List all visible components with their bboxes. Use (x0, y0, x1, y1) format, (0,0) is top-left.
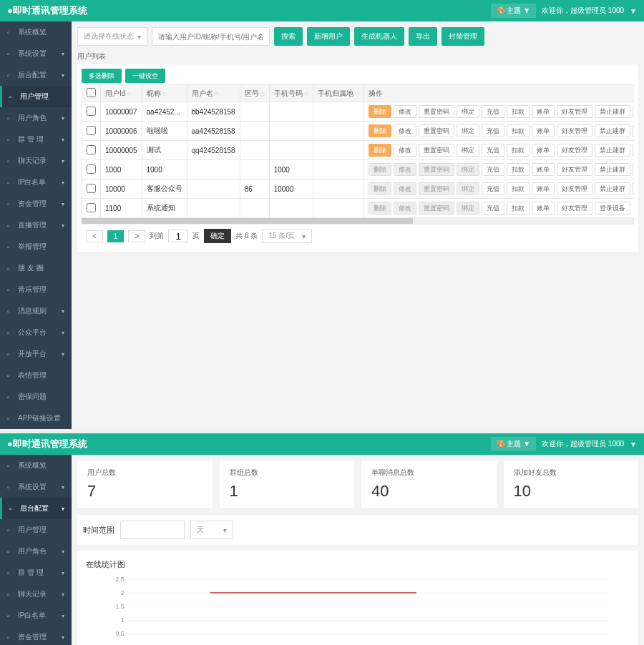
sidebar-item-用户管理[interactable]: ▫用户管理 (0, 519, 72, 541)
col-区号[interactable]: 区号◇ (240, 85, 269, 102)
sidebar-item-系统概览[interactable]: ▫系统概览 (0, 21, 72, 43)
好友管理-button[interactable]: 好友管理 (557, 105, 592, 118)
充值-button[interactable]: 充值 (482, 144, 504, 157)
充值-button[interactable]: 充值 (482, 124, 504, 137)
sidebar-item-举报管理[interactable]: ▫举报管理 (0, 236, 72, 257)
账单-button[interactable]: 账单 (532, 124, 555, 137)
delete-button[interactable]: 删除 (369, 124, 391, 137)
sidebar-item-后台配置[interactable]: ▫后台配置▾ (0, 64, 72, 86)
sidebar-item-后台配置[interactable]: ▫后台配置▾ (0, 498, 72, 519)
禁止加好友-button[interactable]: 禁止加好友 (633, 105, 634, 118)
sidebar-item-系统概览[interactable]: ▫系统概览 (0, 455, 72, 476)
好友管理-button[interactable]: 好友管理 (557, 163, 592, 176)
sidebar-item-音乐管理[interactable]: ▫音乐管理 (0, 279, 72, 300)
col-用户名[interactable]: 用户名◇ (187, 85, 240, 102)
扣款-button[interactable]: 扣款 (507, 105, 530, 118)
sidebar-item-群 管 理[interactable]: ▫群 管 理▾ (0, 562, 72, 584)
per-page-select[interactable]: 15 条/页▾ (262, 229, 312, 243)
row-checkbox[interactable] (87, 126, 96, 135)
充值-button[interactable]: 充值 (482, 163, 504, 176)
绑定-button[interactable]: 绑定 (457, 105, 479, 118)
导出-button[interactable]: 导出 (409, 27, 437, 46)
col-用户Id[interactable]: 用户Id◇ (101, 85, 142, 102)
登录设备-button[interactable]: 登录设备 (595, 202, 630, 215)
sidebar-item-密保问题[interactable]: ▫密保问题 (0, 386, 72, 408)
col-昵称[interactable]: 昵称◇ (142, 85, 187, 102)
sidebar-item-消息规则[interactable]: ▫消息规则▾ (0, 300, 72, 322)
sidebar-item-IP白名单[interactable]: ▫IP白名单▾ (0, 172, 72, 193)
time-range-input[interactable] (120, 521, 185, 539)
sidebar-item-用户角色[interactable]: ▫用户角色▾ (0, 541, 72, 562)
row-checkbox[interactable] (87, 164, 96, 174)
账单-button[interactable]: 账单 (532, 163, 555, 176)
sidebar-item-公众平台[interactable]: ▫公众平台▾ (0, 322, 72, 343)
搜索-button[interactable]: 搜索 (274, 27, 303, 46)
扣款-button[interactable]: 扣款 (507, 182, 530, 195)
禁止加好友-button[interactable]: 禁止加好友 (633, 144, 634, 157)
禁止建群-button[interactable]: 禁止建群 (595, 182, 630, 195)
row-checkbox[interactable] (87, 107, 96, 116)
封禁管理-button[interactable]: 封禁管理 (441, 27, 484, 46)
pager-input[interactable] (168, 230, 188, 242)
好友管理-button[interactable]: 好友管理 (557, 182, 592, 195)
sidebar-item-开放平台[interactable]: ▫开放平台▾ (0, 343, 72, 365)
pager-prev[interactable]: < (86, 230, 103, 242)
扣款-button[interactable]: 扣款 (507, 124, 530, 137)
一键设空-button[interactable]: 一键设空 (125, 69, 165, 83)
col-手机号码[interactable]: 手机号码◇ (269, 85, 313, 102)
好友管理-button[interactable]: 好友管理 (557, 124, 592, 137)
重置密码-button[interactable]: 重置密码 (419, 182, 454, 195)
修改-button[interactable]: 修改 (394, 105, 416, 118)
time-unit-select[interactable]: 天▾ (190, 521, 233, 539)
theme-button[interactable]: 🎨 主题 ▼ (491, 437, 536, 451)
充值-button[interactable]: 充值 (482, 105, 504, 118)
账单-button[interactable]: 账单 (532, 202, 555, 215)
禁止建群-button[interactable]: 禁止建群 (595, 124, 630, 137)
horizontal-scrollbar[interactable] (82, 218, 634, 224)
sidebar-item-直播管理[interactable]: ▫直播管理▾ (0, 215, 72, 236)
sidebar-item-系统设置[interactable]: ▫系统设置▾ (0, 43, 72, 64)
sidebar-item-资金管理[interactable]: ▫资金管理▾ (0, 193, 72, 215)
sidebar-item-聊天记录[interactable]: ▫聊天记录▾ (0, 150, 72, 172)
充值-button[interactable]: 充值 (482, 202, 504, 215)
caret-down-icon[interactable]: ▼ (630, 440, 637, 448)
delete-button[interactable]: 删除 (369, 144, 391, 157)
绑定-button[interactable]: 绑定 (457, 182, 479, 195)
search-input[interactable] (152, 27, 270, 46)
修改-button[interactable]: 修改 (394, 202, 416, 215)
sidebar-item-朋 友 圈[interactable]: ▫朋 友 圈 (0, 257, 72, 279)
重置密码-button[interactable]: 重置密码 (419, 124, 454, 137)
绑定-button[interactable]: 绑定 (457, 163, 479, 176)
col-手机归属地[interactable]: 手机归属地◇ (313, 85, 364, 102)
绑定-button[interactable]: 绑定 (457, 124, 479, 137)
禁止建群-button[interactable]: 禁止建群 (595, 163, 630, 176)
扣款-button[interactable]: 扣款 (507, 144, 530, 157)
pager-next[interactable]: > (128, 230, 145, 242)
sidebar-item-用户管理[interactable]: ▫用户管理 (0, 86, 72, 107)
重置密码-button[interactable]: 重置密码 (419, 163, 454, 176)
账单-button[interactable]: 账单 (532, 182, 555, 195)
sidebar-item-APP链接设置[interactable]: ▫APP链接设置 (0, 408, 72, 429)
重置密码-button[interactable]: 重置密码 (419, 105, 454, 118)
禁止加好友-button[interactable]: 禁止加好友 (633, 124, 634, 137)
新增用户-button[interactable]: 新增用户 (307, 27, 350, 46)
好友管理-button[interactable]: 好友管理 (557, 144, 592, 157)
扣款-button[interactable]: 扣款 (507, 163, 530, 176)
生成机器人-button[interactable]: 生成机器人 (354, 27, 404, 46)
select-all-checkbox[interactable] (87, 88, 96, 97)
好友管理-button[interactable]: 好友管理 (557, 202, 592, 215)
账单-button[interactable]: 账单 (532, 105, 555, 118)
重置密码-button[interactable]: 重置密码 (419, 144, 454, 157)
sidebar-item-聊天记录[interactable]: ▫聊天记录▾ (0, 584, 72, 605)
禁止建群-button[interactable]: 禁止建群 (595, 144, 630, 157)
sidebar-item-表情管理[interactable]: ▫表情管理 (0, 365, 72, 386)
sidebar-item-资金管理[interactable]: ▫资金管理▾ (0, 626, 72, 645)
status-select[interactable]: 请选择在线状态▾ (77, 27, 147, 46)
row-checkbox[interactable] (87, 145, 96, 154)
row-checkbox[interactable] (87, 203, 96, 212)
重置密码-button[interactable]: 重置密码 (419, 202, 454, 215)
充值-button[interactable]: 充值 (482, 182, 504, 195)
绑定-button[interactable]: 绑定 (457, 202, 479, 215)
sidebar-item-用户角色[interactable]: ▫用户角色▾ (0, 107, 72, 129)
禁止加好友-button[interactable]: 禁止加好友 (633, 163, 634, 176)
